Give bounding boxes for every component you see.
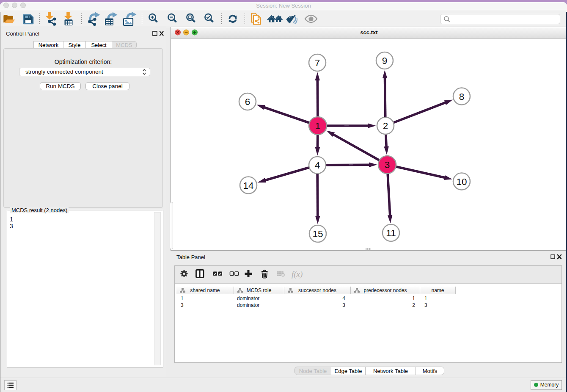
svg-text:1: 1	[315, 121, 321, 131]
svg-text:f(x): f(x)	[292, 270, 303, 279]
svg-text:8: 8	[459, 91, 465, 102]
svg-text:14: 14	[243, 180, 253, 191]
svg-text:7: 7	[315, 58, 320, 68]
svg-text:2: 2	[383, 121, 388, 131]
svg-text:4: 4	[315, 160, 320, 171]
svg-text:11: 11	[386, 228, 396, 238]
svg-text:9: 9	[382, 55, 388, 66]
svg-text:15: 15	[312, 229, 323, 239]
svg-text:3: 3	[385, 160, 390, 170]
svg-text:6: 6	[245, 97, 250, 107]
svg-text:10: 10	[456, 177, 467, 187]
